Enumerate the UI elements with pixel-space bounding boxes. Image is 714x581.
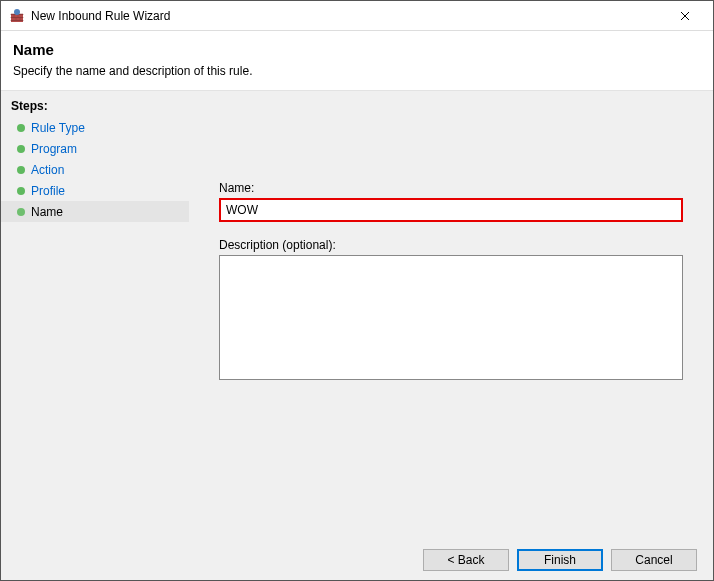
description-label: Description (optional): (219, 238, 683, 252)
bullet-icon (17, 124, 25, 132)
step-label: Rule Type (31, 121, 85, 135)
button-bar: < Back Finish Cancel (1, 540, 713, 580)
wizard-body: Steps: Rule Type Program Action Profile … (1, 90, 713, 544)
name-field-group: Name: (219, 181, 683, 222)
finish-button[interactable]: Finish (517, 549, 603, 571)
step-rule-type[interactable]: Rule Type (1, 117, 189, 138)
step-label: Profile (31, 184, 65, 198)
cancel-button[interactable]: Cancel (611, 549, 697, 571)
firewall-icon (9, 8, 25, 24)
steps-heading: Steps: (1, 97, 189, 117)
wizard-header: Name Specify the name and description of… (1, 31, 713, 90)
step-profile[interactable]: Profile (1, 180, 189, 201)
bullet-icon (17, 208, 25, 216)
name-input[interactable] (222, 201, 680, 219)
steps-sidebar: Steps: Rule Type Program Action Profile … (1, 91, 189, 544)
name-input-highlight (219, 198, 683, 222)
titlebar: New Inbound Rule Wizard (1, 1, 713, 31)
page-description: Specify the name and description of this… (13, 64, 701, 78)
back-button[interactable]: < Back (423, 549, 509, 571)
bullet-icon (17, 166, 25, 174)
step-label: Action (31, 163, 64, 177)
description-textarea[interactable] (219, 255, 683, 380)
close-button[interactable] (665, 2, 705, 30)
step-program[interactable]: Program (1, 138, 189, 159)
svg-point-0 (14, 9, 20, 15)
bullet-icon (17, 145, 25, 153)
description-field-group: Description (optional): (219, 238, 683, 383)
step-name[interactable]: Name (1, 201, 189, 222)
window-title: New Inbound Rule Wizard (31, 9, 170, 23)
page-title: Name (13, 41, 701, 58)
name-label: Name: (219, 181, 683, 195)
step-action[interactable]: Action (1, 159, 189, 180)
step-label: Program (31, 142, 77, 156)
main-panel: Name: Description (optional): (189, 91, 713, 544)
step-label: Name (31, 205, 63, 219)
close-icon (680, 11, 690, 21)
bullet-icon (17, 187, 25, 195)
